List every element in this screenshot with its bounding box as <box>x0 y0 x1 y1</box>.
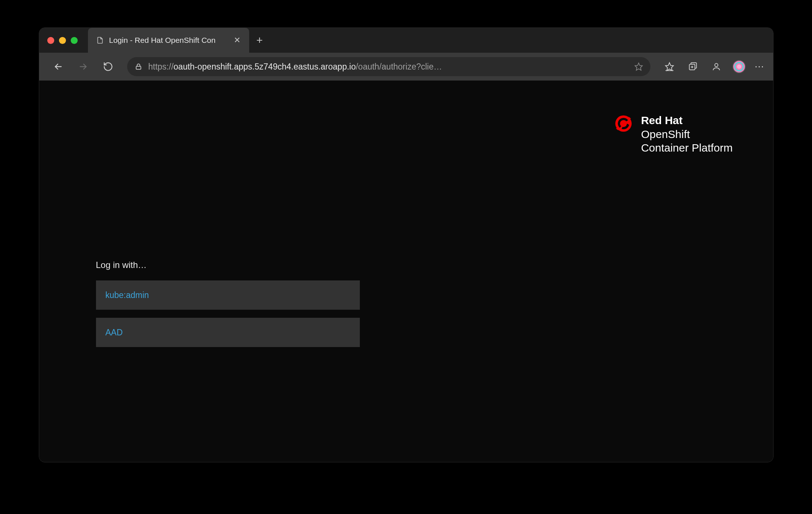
close-tab-button[interactable]: ✕ <box>232 35 243 46</box>
svg-rect-0 <box>136 66 141 69</box>
more-menu-button[interactable]: ⋯ <box>754 61 765 72</box>
login-panel: Log in with… kube:admin AAD <box>96 260 360 355</box>
browser-tab[interactable]: Login - Red Hat OpenShift Con ✕ <box>88 28 249 53</box>
new-tab-button[interactable]: + <box>249 34 270 46</box>
address-bar[interactable]: https://oauth-openshift.apps.5z749ch4.ea… <box>127 57 650 76</box>
profile-button[interactable] <box>709 59 724 74</box>
idp-aad-button[interactable]: AAD <box>96 318 360 347</box>
user-avatar[interactable] <box>732 60 746 73</box>
idp-kube-admin-button[interactable]: kube:admin <box>96 280 360 310</box>
browser-window: Login - Red Hat OpenShift Con ✕ + https:… <box>39 27 774 462</box>
browser-toolbar: https://oauth-openshift.apps.5z749ch4.ea… <box>39 53 773 81</box>
forward-button[interactable] <box>72 58 94 75</box>
tab-title: Login - Red Hat OpenShift Con <box>109 36 226 45</box>
favorite-outline-icon[interactable] <box>634 62 643 71</box>
login-heading: Log in with… <box>96 260 360 270</box>
url-scheme: https:// <box>148 62 174 71</box>
logo-subproduct: Container Platform <box>641 141 732 155</box>
back-button[interactable] <box>47 58 69 75</box>
logo-product: OpenShift <box>641 127 732 141</box>
window-controls <box>47 37 78 44</box>
minimize-window-button[interactable] <box>59 37 66 44</box>
lock-icon <box>134 63 143 71</box>
svg-marker-2 <box>665 63 673 71</box>
collections-button[interactable] <box>686 59 700 74</box>
page-icon <box>96 36 104 44</box>
svg-point-7 <box>715 63 718 67</box>
product-logo: Red Hat OpenShift Container Platform <box>613 113 732 155</box>
url-path: /oauth/authorize?clie… <box>356 62 442 71</box>
logo-vendor: Red Hat <box>641 113 732 127</box>
toolbar-right: ⋯ <box>658 59 765 74</box>
favorites-button[interactable] <box>662 59 677 74</box>
refresh-button[interactable] <box>97 58 119 75</box>
url-text: https://oauth-openshift.apps.5z749ch4.ea… <box>148 62 628 72</box>
redhat-icon <box>613 113 634 135</box>
svg-marker-1 <box>635 63 642 70</box>
product-logo-text: Red Hat OpenShift Container Platform <box>641 113 732 155</box>
page-content: Red Hat OpenShift Container Platform Log… <box>39 81 773 462</box>
maximize-window-button[interactable] <box>71 37 78 44</box>
close-window-button[interactable] <box>47 37 54 44</box>
url-host: oauth-openshift.apps.5z749ch4.eastus.aro… <box>174 62 356 71</box>
browser-tabbar: Login - Red Hat OpenShift Con ✕ + <box>39 28 773 53</box>
